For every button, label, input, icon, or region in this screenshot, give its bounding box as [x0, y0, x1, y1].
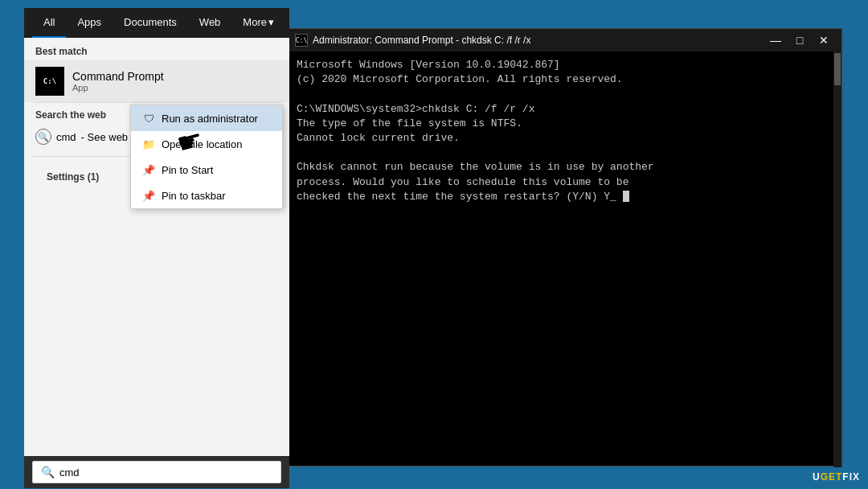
cmd-body: Microsoft Windows [Version 10.0.19042.86…: [289, 51, 841, 466]
cmd-line-3: [297, 87, 833, 101]
run-as-admin-label: Run as administrator: [162, 113, 258, 125]
cmd-cursor: [623, 191, 629, 202]
watermark: UGETFIX: [813, 471, 860, 483]
cmd-line-6: Cannot lock current drive.: [297, 131, 833, 146]
tab-web[interactable]: Web: [188, 8, 232, 38]
cmd-line-9: process. Would you like to schedule this…: [297, 175, 833, 190]
close-button[interactable]: ✕: [813, 32, 835, 48]
search-icon: 🔍: [35, 129, 51, 145]
search-icon-sm: 🔍: [41, 466, 55, 479]
watermark-u: U: [813, 471, 821, 483]
cmd-app-icon: C:\: [35, 67, 64, 96]
cmd-line-7: [297, 146, 833, 160]
pin-start-icon: 📌: [142, 163, 155, 176]
cmd-window-controls: — □ ✕: [764, 32, 835, 48]
tab-all[interactable]: All: [32, 8, 66, 38]
tab-more[interactable]: More ▾: [231, 8, 285, 38]
context-pin-to-taskbar[interactable]: 📌 Pin to taskbar: [131, 183, 282, 208]
pin-start-label: Pin to Start: [162, 164, 213, 176]
cmd-line-10: checked the next time the system restart…: [297, 190, 833, 204]
start-menu-body: Best match C:\ Command Prompt App Search…: [24, 38, 289, 456]
search-box[interactable]: 🔍: [32, 461, 281, 483]
tab-documents[interactable]: Documents: [113, 8, 188, 38]
maximize-button[interactable]: □: [788, 32, 811, 48]
start-menu-tabs: All Apps Documents Web More ▾: [24, 8, 289, 38]
app-info: Command Prompt App: [72, 70, 164, 92]
cmd-titlebar: C:\ Administrator: Command Prompt - chkd…: [289, 29, 841, 51]
open-file-label: Open file location: [162, 138, 242, 150]
cmd-title-text: Administrator: Command Prompt - chkdsk C…: [313, 35, 530, 46]
cmd-line-5: The type of the file system is NTFS.: [297, 117, 833, 131]
shield-icon: 🛡: [142, 112, 155, 125]
watermark-get: GET: [821, 471, 843, 483]
cmd-line-4: C:\WINDOWS\system32>chkdsk C: /f /r /x: [297, 102, 833, 117]
context-menu: 🛡 Run as administrator 📁 Open file locat…: [130, 105, 283, 209]
cmd-title-left: C:\ Administrator: Command Prompt - chkd…: [295, 34, 530, 47]
cmd-line-1: Microsoft Windows [Version 10.0.19042.86…: [297, 58, 833, 72]
best-match-label: Best match: [24, 38, 289, 60]
start-menu: All Apps Documents Web More ▾ Best match…: [24, 8, 289, 488]
pin-taskbar-icon: 📌: [142, 189, 155, 202]
context-pin-to-start[interactable]: 📌 Pin to Start: [131, 157, 282, 183]
search-input[interactable]: [59, 466, 272, 479]
best-match-item[interactable]: C:\ Command Prompt App: [24, 60, 289, 102]
cmd-scrollbar[interactable]: [833, 51, 841, 467]
app-type: App: [72, 83, 164, 92]
pin-taskbar-label: Pin to taskbar: [162, 190, 226, 202]
folder-icon: 📁: [142, 138, 155, 150]
search-web-query: cmd: [56, 131, 76, 143]
cmd-line-8: Chkdsk cannot run because the volume is …: [297, 160, 833, 175]
minimize-button[interactable]: —: [764, 32, 787, 48]
tab-apps[interactable]: Apps: [66, 8, 113, 38]
cmd-line-2: (c) 2020 Microsoft Corporation. All righ…: [297, 72, 833, 87]
app-name: Command Prompt: [72, 70, 164, 83]
watermark-fix: FIX: [842, 471, 860, 483]
cmd-scrollbar-thumb[interactable]: [834, 53, 841, 85]
cmd-title-icon: C:\: [295, 34, 308, 47]
context-open-file-location[interactable]: 📁 Open file location: [131, 131, 282, 157]
cmd-window: C:\ Administrator: Command Prompt - chkd…: [288, 28, 842, 466]
context-run-as-admin[interactable]: 🛡 Run as administrator: [131, 105, 282, 131]
